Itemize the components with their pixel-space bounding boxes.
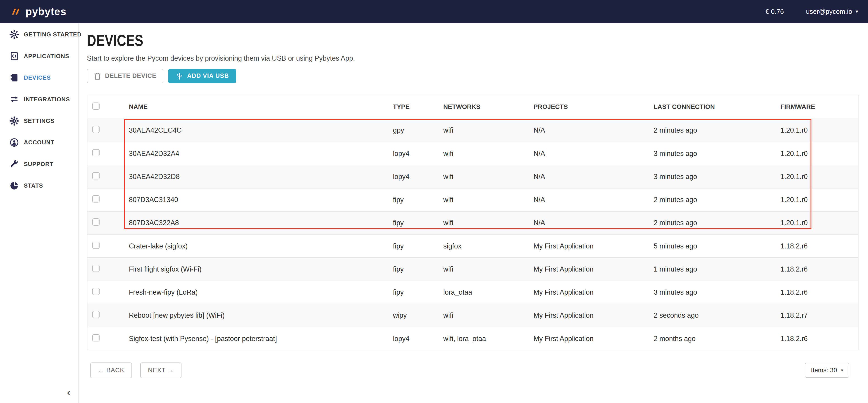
cell-last-connection: 2 minutes ago	[654, 196, 780, 204]
devices-table: NAME TYPE NETWORKS PROJECTS LAST CONNECT…	[87, 95, 859, 350]
cell-networks: wifi	[443, 311, 533, 319]
cell-last-connection: 2 minutes ago	[654, 126, 780, 134]
user-menu[interactable]: user@pycom.io ▾	[806, 8, 858, 16]
cell-firmware: 1.18.2.r6	[780, 242, 859, 250]
next-button[interactable]: NEXT →	[140, 363, 182, 378]
table-row[interactable]: Sigfox-test (with Pysense) - [pastoor pe…	[87, 327, 858, 350]
sidebar-collapse-button[interactable]: ‹	[67, 387, 70, 397]
settings-icon	[9, 116, 19, 126]
row-checkbox[interactable]	[92, 149, 99, 156]
column-header-last-connection: LAST CONNECTION	[654, 103, 780, 111]
sidebar-item-applications[interactable]: APPLICATIONS	[0, 45, 78, 67]
balance: € 0.76	[765, 8, 784, 16]
cell-type: lopy4	[393, 173, 443, 181]
cell-type: lopy4	[393, 335, 443, 343]
cell-firmware: 1.20.1.r0	[780, 150, 859, 157]
sidebar-item-label: SUPPORT	[24, 161, 53, 167]
sidebar-item-label: GETTING STARTED	[24, 31, 82, 38]
sidebar-item-devices[interactable]: DEVICES	[0, 67, 78, 89]
cell-networks: wifi	[443, 126, 533, 134]
caret-down-icon: ▾	[841, 368, 843, 373]
column-header-name: NAME	[129, 103, 393, 111]
row-checkbox[interactable]	[92, 172, 99, 180]
cell-networks: sigfox	[443, 242, 533, 250]
sidebar-item-label: INTEGRATIONS	[24, 96, 70, 103]
cell-last-connection: 3 minutes ago	[654, 173, 780, 181]
sidebar-item-integrations[interactable]: INTEGRATIONS	[0, 89, 78, 110]
sidebar-item-getting-started[interactable]: GETTING STARTED	[0, 24, 78, 45]
app: pybytes € 0.76 user@pycom.io ▾ GETTING S…	[0, 0, 868, 403]
back-button[interactable]: ← BACK	[90, 363, 132, 378]
row-checkbox[interactable]	[92, 218, 99, 226]
sidebar-item-stats[interactable]: STATS	[0, 175, 78, 196]
cell-networks: wifi	[443, 265, 533, 273]
cell-type: fipy	[393, 242, 443, 250]
cell-name: 30AEA42D32A4	[129, 150, 393, 157]
cell-type: lopy4	[393, 150, 443, 157]
toolbar: DELETE DEVICE ADD V	[87, 69, 859, 83]
account-icon	[9, 138, 19, 147]
cell-projects: N/A	[533, 173, 654, 181]
devices-icon	[9, 73, 19, 83]
sidebar-item-support[interactable]: SUPPORT	[0, 153, 78, 175]
select-all-checkbox[interactable]	[92, 102, 99, 110]
row-checkbox[interactable]	[92, 195, 99, 203]
page-subtitle: Start to explore the Pycom devices by pr…	[87, 54, 859, 62]
table-row[interactable]: 30AEA42CEC4C gpy wifi N/A 2 minutes ago …	[87, 119, 858, 142]
cell-projects: My First Application	[533, 311, 654, 319]
cell-projects: N/A	[533, 126, 654, 134]
table-row[interactable]: 807D3AC31340 fipy wifi N/A 2 minutes ago…	[87, 188, 858, 211]
pagination: ← BACK NEXT →	[90, 363, 182, 378]
row-checkbox[interactable]	[92, 311, 99, 318]
row-checkbox[interactable]	[92, 334, 99, 341]
sidebar-item-label: STATS	[24, 182, 43, 189]
cell-projects: My First Application	[533, 242, 654, 250]
table-row[interactable]: First flight sigfox (Wi-Fi) fipy wifi My…	[87, 257, 858, 280]
table-row[interactable]: Crater-lake (sigfox) fipy sigfox My Firs…	[87, 234, 858, 257]
delete-device-button[interactable]: DELETE DEVICE	[87, 69, 163, 83]
cell-name: 30AEA42D32D8	[129, 173, 393, 181]
gear-icon	[9, 30, 19, 39]
column-header-firmware: FIRMWARE	[780, 103, 859, 111]
table-row[interactable]: Fresh-new-fipy (LoRa) fipy lora_otaa My …	[87, 281, 858, 304]
main-content: DEVICES Start to explore the Pycom devic…	[79, 23, 868, 403]
items-per-page-select[interactable]: Items: 30 ▾	[805, 363, 849, 378]
support-icon	[9, 159, 19, 169]
cell-last-connection: 3 minutes ago	[654, 288, 780, 296]
sidebar: GETTING STARTED APPLICATIONS DEVICES INT…	[0, 23, 79, 403]
row-checkbox[interactable]	[92, 265, 99, 272]
cell-projects: N/A	[533, 196, 654, 204]
cell-networks: wifi	[443, 173, 533, 181]
row-checkbox[interactable]	[92, 126, 99, 133]
cell-firmware: 1.18.2.r7	[780, 311, 859, 319]
table-row[interactable]: 30AEA42D32A4 lopy4 wifi N/A 3 minutes ag…	[87, 142, 858, 165]
pybytes-logo-icon	[10, 6, 22, 17]
row-checkbox[interactable]	[92, 242, 99, 249]
logo[interactable]: pybytes	[10, 5, 66, 18]
topbar-right: € 0.76 user@pycom.io ▾	[765, 8, 858, 16]
sidebar-item-account[interactable]: ACCOUNT	[0, 132, 78, 153]
column-header-projects: PROJECTS	[533, 103, 654, 111]
topbar: pybytes € 0.76 user@pycom.io ▾	[0, 0, 868, 23]
cell-projects: My First Application	[533, 288, 654, 296]
cell-firmware: 1.20.1.r0	[780, 173, 859, 181]
table-footer: ← BACK NEXT → Items: 30 ▾	[87, 363, 859, 378]
sidebar-item-settings[interactable]: SETTINGS	[0, 110, 78, 132]
cell-name: Crater-lake (sigfox)	[129, 242, 393, 250]
table-row[interactable]: 807D3AC322A8 fipy wifi N/A 2 minutes ago…	[87, 211, 858, 234]
cell-name: First flight sigfox (Wi-Fi)	[129, 265, 393, 273]
add-via-usb-button[interactable]: ADD VIA USB	[168, 69, 236, 83]
cell-projects: N/A	[533, 219, 654, 227]
cell-type: wipy	[393, 311, 443, 319]
column-header-type: TYPE	[393, 103, 443, 111]
cell-type: fipy	[393, 265, 443, 273]
cell-name: Sigfox-test (with Pysense) - [pastoor pe…	[129, 335, 393, 343]
sidebar-item-label: DEVICES	[24, 74, 51, 81]
table-row[interactable]: Reboot [new pybytes lib] (WiFi) wipy wif…	[87, 304, 858, 327]
applications-icon	[9, 51, 19, 61]
cell-type: fipy	[393, 219, 443, 227]
usb-icon	[176, 72, 183, 80]
row-checkbox[interactable]	[92, 288, 99, 295]
cell-last-connection: 2 seconds ago	[654, 311, 780, 319]
table-row[interactable]: 30AEA42D32D8 lopy4 wifi N/A 3 minutes ag…	[87, 165, 858, 188]
